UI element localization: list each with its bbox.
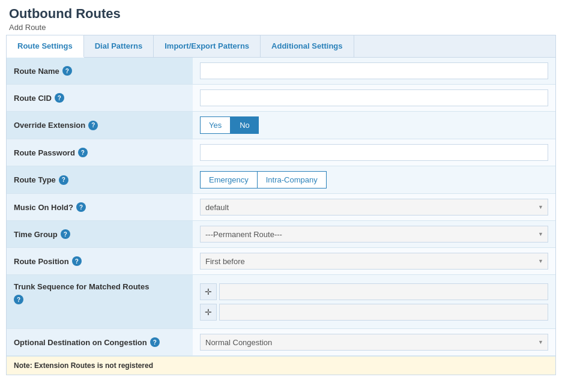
music-on-hold-select-wrapper: default bbox=[200, 199, 548, 216]
music-on-hold-value: default bbox=[193, 194, 555, 220]
form-row-route-password: Route Password ? bbox=[7, 139, 555, 166]
form-row-music-on-hold: Music On Hold? ? default bbox=[7, 194, 555, 221]
route-password-label: Route Password ? bbox=[7, 139, 193, 166]
page-subtitle: Add Route bbox=[9, 23, 553, 32]
route-name-input[interactable] bbox=[200, 62, 548, 79]
form-row-route-position: Route Position ? First before bbox=[7, 248, 555, 275]
optional-destination-label: Optional Destination on Congestion ? bbox=[7, 329, 193, 355]
time-group-select[interactable]: ---Permanent Route--- bbox=[200, 226, 548, 243]
route-password-value bbox=[193, 139, 555, 166]
route-cid-value bbox=[193, 85, 555, 111]
route-name-label: Route Name ? bbox=[7, 58, 193, 84]
tabs-header: Route Settings Dial Patterns Import/Expo… bbox=[7, 35, 555, 58]
music-on-hold-select[interactable]: default bbox=[200, 199, 548, 216]
form-row-override-extension: Override Extension ? Yes No bbox=[7, 112, 555, 139]
tab-content-route-settings: Route Name ? Route CID ? Override Extens… bbox=[7, 58, 555, 375]
optional-destination-select[interactable]: Normal Congestion bbox=[200, 334, 548, 351]
route-type-toggle: Emergency Intra-Company bbox=[200, 171, 327, 188]
trunk-sequence-value: ✛ ✛ bbox=[193, 275, 555, 328]
trunk-sequence-label: Trunk Sequence for Matched Routes ? bbox=[7, 275, 193, 328]
tab-import-export[interactable]: Import/Export Patterns bbox=[154, 35, 261, 57]
time-group-value: ---Permanent Route--- bbox=[193, 221, 555, 247]
trunk-move-icon-2[interactable]: ✛ bbox=[200, 304, 217, 321]
route-position-label: Route Position ? bbox=[7, 248, 193, 274]
override-extension-toggle: Yes No bbox=[200, 116, 259, 134]
time-group-select-wrapper: ---Permanent Route--- bbox=[200, 226, 548, 243]
tab-dial-patterns[interactable]: Dial Patterns bbox=[84, 35, 154, 57]
form-row-route-name: Route Name ? bbox=[7, 58, 555, 85]
time-group-help-icon[interactable]: ? bbox=[61, 229, 70, 239]
optional-destination-value: Normal Congestion bbox=[193, 329, 555, 355]
override-extension-yes-button[interactable]: Yes bbox=[200, 116, 231, 134]
trunk-row-2: ✛ bbox=[200, 304, 548, 321]
tabs-container: Route Settings Dial Patterns Import/Expo… bbox=[6, 35, 556, 375]
form-row-optional-destination: Optional Destination on Congestion ? Nor… bbox=[7, 329, 555, 356]
route-password-input[interactable] bbox=[200, 144, 548, 161]
trunk-input-2[interactable] bbox=[219, 304, 548, 321]
note-text: Note: Extension Routes is not registered bbox=[14, 361, 153, 370]
route-cid-help-icon[interactable]: ? bbox=[55, 93, 64, 103]
route-position-select[interactable]: First before bbox=[200, 253, 548, 270]
form-row-route-cid: Route CID ? bbox=[7, 85, 555, 112]
page-header: Outbound Routes Add Route bbox=[0, 0, 562, 35]
time-group-label: Time Group ? bbox=[7, 221, 193, 247]
route-password-help-icon[interactable]: ? bbox=[78, 148, 88, 157]
route-cid-input[interactable] bbox=[200, 89, 548, 106]
override-extension-help-icon[interactable]: ? bbox=[88, 121, 98, 130]
trunk-move-icon-1[interactable]: ✛ bbox=[200, 283, 217, 300]
music-on-hold-label: Music On Hold? ? bbox=[7, 194, 193, 220]
route-position-value: First before bbox=[193, 248, 555, 274]
route-type-intra-button[interactable]: Intra-Company bbox=[258, 171, 327, 188]
form-row-trunk-sequence: Trunk Sequence for Matched Routes ? ✛ ✛ bbox=[7, 275, 555, 329]
route-type-help-icon[interactable]: ? bbox=[59, 175, 68, 185]
note-bar: Note: Extension Routes is not registered bbox=[7, 356, 555, 375]
route-position-select-wrapper: First before bbox=[200, 253, 548, 270]
page-title: Outbound Routes bbox=[9, 6, 553, 22]
route-type-emergency-button[interactable]: Emergency bbox=[200, 171, 258, 188]
override-extension-label: Override Extension ? bbox=[7, 112, 193, 139]
trunk-sequence-help-icon[interactable]: ? bbox=[14, 295, 23, 304]
form-row-route-type: Route Type ? Emergency Intra-Company bbox=[7, 166, 555, 194]
route-name-value bbox=[193, 58, 555, 84]
route-cid-label: Route CID ? bbox=[7, 85, 193, 111]
optional-destination-help-icon[interactable]: ? bbox=[150, 337, 160, 347]
route-type-value: Emergency Intra-Company bbox=[193, 166, 555, 193]
route-name-help-icon[interactable]: ? bbox=[62, 66, 72, 76]
trunk-row-1: ✛ bbox=[200, 283, 548, 300]
tab-route-settings[interactable]: Route Settings bbox=[7, 35, 84, 58]
optional-destination-select-wrapper: Normal Congestion bbox=[200, 334, 548, 351]
form-row-time-group: Time Group ? ---Permanent Route--- bbox=[7, 221, 555, 248]
override-extension-no-button[interactable]: No bbox=[231, 116, 259, 134]
tab-additional-settings[interactable]: Additional Settings bbox=[261, 35, 354, 57]
override-extension-value: Yes No bbox=[193, 112, 555, 139]
music-on-hold-help-icon[interactable]: ? bbox=[76, 202, 86, 212]
trunk-input-1[interactable] bbox=[219, 283, 548, 300]
route-type-label: Route Type ? bbox=[7, 166, 193, 193]
route-position-help-icon[interactable]: ? bbox=[72, 256, 82, 266]
